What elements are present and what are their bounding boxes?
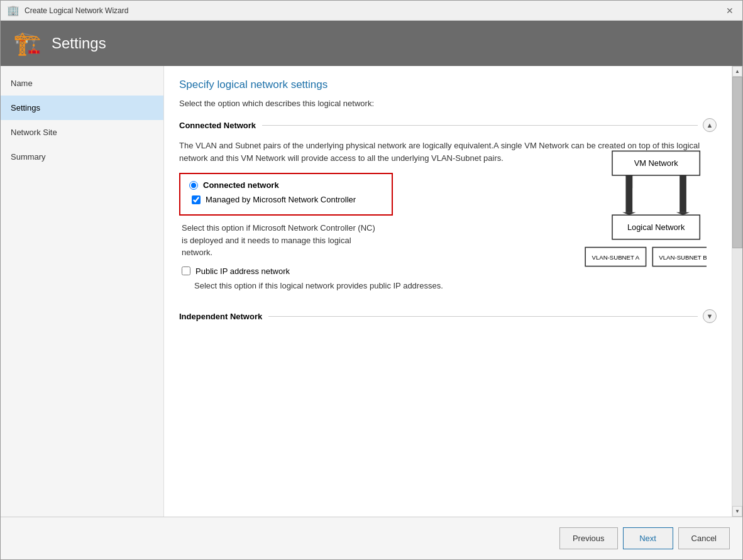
header-title: Settings bbox=[52, 35, 106, 52]
public-ip-option: Public IP address network bbox=[182, 266, 443, 276]
title-bar-left: 🏢 Create Logical Network Wizard bbox=[7, 4, 128, 16]
independent-network-header: Independent Network ▼ bbox=[179, 309, 717, 323]
cancel-button[interactable]: Cancel bbox=[678, 527, 730, 549]
managed-nc-description: Select this option if Microsoft Network … bbox=[182, 222, 443, 259]
independent-network-section: Independent Network ▼ bbox=[179, 309, 717, 323]
window-icon: 🏢 bbox=[7, 4, 19, 16]
connected-network-header: Connected Network ▲ bbox=[179, 118, 717, 132]
sidebar-item-summary[interactable]: Summary bbox=[1, 145, 163, 169]
scrollable-area: Specify logical network settings Select … bbox=[164, 66, 732, 517]
connected-network-option: Connected network bbox=[189, 180, 383, 190]
sidebar: Name Settings Network Site Summary bbox=[1, 66, 164, 517]
sidebar-item-name[interactable]: Name bbox=[1, 71, 163, 96]
independent-section-line bbox=[268, 316, 698, 317]
wizard-window: 🏢 Create Logical Network Wizard ✕ 🏗️ Set… bbox=[0, 0, 743, 560]
connected-network-body: The VLAN and Subnet pairs of the underly… bbox=[179, 140, 717, 299]
public-ip-label: Public IP address network bbox=[195, 266, 290, 276]
network-diagram: VM Network Logical Network bbox=[518, 148, 707, 284]
header-banner: 🏗️ Settings bbox=[1, 21, 742, 66]
managed-nc-desc-line2: is deployed and it needs to manage this … bbox=[182, 236, 351, 245]
page-title: Specify logical network settings bbox=[179, 79, 717, 91]
footer: Previous Next Cancel bbox=[1, 517, 742, 559]
independent-network-title: Independent Network bbox=[179, 312, 262, 321]
public-ip-description: Select this option if this logical netwo… bbox=[194, 280, 443, 292]
scrollbar[interactable]: ▲ ▼ bbox=[732, 66, 742, 517]
connected-network-title: Connected Network bbox=[179, 121, 256, 130]
window-title: Create Logical Network Wizard bbox=[25, 6, 128, 15]
select-description: Select the option which describes this l… bbox=[179, 99, 717, 108]
scroll-track[interactable] bbox=[732, 77, 742, 506]
connected-network-radio[interactable] bbox=[189, 181, 198, 190]
section-line bbox=[262, 125, 698, 126]
logical-network-label: Logical Network bbox=[627, 222, 685, 232]
connected-network-toggle[interactable]: ▲ bbox=[703, 118, 717, 132]
scroll-down-button[interactable]: ▼ bbox=[732, 506, 742, 517]
managed-nc-label: Managed by Microsoft Network Controller bbox=[206, 195, 356, 204]
content-area: Name Settings Network Site Summary Speci… bbox=[1, 66, 742, 517]
vm-network-label: VM Network bbox=[634, 158, 679, 168]
arrow-shaft-right bbox=[680, 175, 686, 212]
main-with-scroll: Specify logical network settings Select … bbox=[164, 66, 742, 517]
scroll-up-button[interactable]: ▲ bbox=[732, 66, 742, 77]
managed-nc-checkbox[interactable] bbox=[192, 195, 201, 204]
close-button[interactable]: ✕ bbox=[724, 4, 736, 17]
independent-network-toggle[interactable]: ▼ bbox=[703, 309, 717, 323]
connected-network-radio-label: Connected network bbox=[203, 180, 279, 190]
diagram-svg: VM Network Logical Network bbox=[518, 148, 707, 282]
public-ip-checkbox[interactable] bbox=[182, 266, 190, 275]
next-button[interactable]: Next bbox=[623, 527, 673, 549]
vlan-b-label: VLAN-SUBNET B bbox=[659, 254, 707, 261]
vlan-a-label: VLAN-SUBNET A bbox=[592, 254, 639, 261]
previous-button[interactable]: Previous bbox=[559, 527, 618, 549]
arrow-shaft-left bbox=[625, 175, 632, 212]
option-box: Connected network Managed by Microsoft N… bbox=[179, 173, 393, 216]
managed-nc-desc-line1: Select this option if Microsoft Network … bbox=[182, 223, 375, 233]
sidebar-item-settings[interactable]: Settings bbox=[1, 96, 163, 120]
sidebar-item-network-site[interactable]: Network Site bbox=[1, 120, 163, 145]
scroll-thumb[interactable] bbox=[732, 77, 742, 248]
managed-nc-option: Managed by Microsoft Network Controller bbox=[192, 195, 383, 204]
title-bar: 🏢 Create Logical Network Wizard ✕ bbox=[1, 1, 742, 21]
managed-nc-desc-line3: network. bbox=[182, 248, 212, 257]
header-icon: 🏗️ bbox=[13, 30, 41, 57]
